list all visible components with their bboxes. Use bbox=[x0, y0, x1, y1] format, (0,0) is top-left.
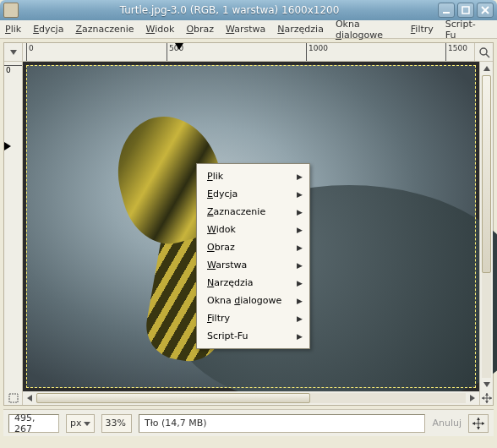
horizontal-scrollbar[interactable] bbox=[23, 391, 479, 405]
zoom-selector[interactable]: 33% bbox=[101, 414, 132, 433]
svg-marker-25 bbox=[477, 427, 480, 429]
svg-marker-9 bbox=[483, 66, 490, 71]
ruler-tick-label: 1500 bbox=[448, 44, 467, 52]
app-icon bbox=[3, 3, 19, 18]
menu-warstwa[interactable]: Warstwa bbox=[226, 24, 265, 35]
menu-scriptfu[interactable]: Script-Fu bbox=[445, 19, 480, 41]
ruler-tick-label: 0 bbox=[6, 66, 11, 74]
scroll-left-arrow-icon[interactable] bbox=[23, 391, 36, 405]
quickmask-toggle[interactable] bbox=[4, 391, 23, 405]
submenu-arrow-icon: ▶ bbox=[297, 208, 303, 216]
menu-edycja[interactable]: Edycja bbox=[33, 24, 63, 35]
navigation-button[interactable] bbox=[468, 414, 489, 433]
context-menu: Plik▶ Edycja▶ Zaznaczenie▶ Widok▶ Obraz▶… bbox=[196, 163, 310, 349]
scroll-down-arrow-icon[interactable] bbox=[480, 378, 493, 391]
status-bar: 495, 267 px 33% Tło (14,7 MB) Anuluj bbox=[3, 409, 494, 436]
scroll-up-arrow-icon[interactable] bbox=[480, 62, 493, 75]
unit-label: px bbox=[70, 418, 82, 429]
menu-narzedzia[interactable]: Narzędzia bbox=[277, 24, 324, 35]
svg-marker-20 bbox=[84, 422, 90, 426]
submenu-arrow-icon: ▶ bbox=[297, 243, 303, 252]
svg-rect-11 bbox=[9, 394, 18, 402]
svg-marker-4 bbox=[10, 50, 17, 55]
ruler-position-marker bbox=[4, 138, 13, 154]
svg-marker-13 bbox=[470, 395, 475, 402]
ruler-tick-label: 1000 bbox=[309, 44, 328, 52]
submenu-arrow-icon: ▶ bbox=[297, 172, 303, 181]
ctx-plik[interactable]: Plik▶ bbox=[197, 167, 309, 185]
svg-rect-1 bbox=[462, 7, 469, 14]
submenu-arrow-icon: ▶ bbox=[297, 226, 303, 234]
menu-access-button[interactable] bbox=[4, 43, 23, 62]
svg-marker-24 bbox=[477, 418, 480, 420]
dropdown-arrow-icon bbox=[84, 420, 90, 427]
menu-bar: Plik Edycja Zaznaczenie Widok Obraz Wars… bbox=[0, 20, 497, 39]
ruler-vertical[interactable]: 0 bbox=[4, 62, 23, 391]
svg-marker-8 bbox=[4, 142, 11, 150]
svg-point-6 bbox=[480, 48, 487, 55]
ctx-narzedzia[interactable]: Narzędzia▶ bbox=[197, 274, 309, 292]
submenu-arrow-icon: ▶ bbox=[297, 261, 303, 270]
window-titlebar: Turtle.jpg-3.0 (RGB, 1 warstwa) 1600x120… bbox=[0, 0, 497, 20]
scroll-right-arrow-icon[interactable] bbox=[466, 391, 479, 405]
minimize-button[interactable] bbox=[438, 3, 455, 18]
ruler-horizontal[interactable]: 0 500 1000 1500 bbox=[23, 43, 474, 62]
svg-marker-17 bbox=[485, 401, 489, 403]
submenu-arrow-icon: ▶ bbox=[297, 190, 303, 199]
image-window: 0 500 1000 1500 0 Plik▶ Edycja▶ Zaznacze… bbox=[3, 42, 494, 406]
svg-marker-5 bbox=[175, 43, 183, 50]
scrollbar-thumb[interactable] bbox=[36, 393, 310, 403]
menu-plik[interactable]: Plik bbox=[5, 24, 21, 35]
svg-marker-12 bbox=[27, 395, 32, 402]
ctx-zaznaczenie[interactable]: Zaznaczenie▶ bbox=[197, 203, 309, 221]
svg-marker-26 bbox=[472, 422, 475, 425]
ruler-position-marker bbox=[175, 43, 183, 53]
ctx-obraz[interactable]: Obraz▶ bbox=[197, 238, 309, 256]
zoom-value: 33% bbox=[106, 418, 126, 429]
submenu-arrow-icon: ▶ bbox=[297, 297, 303, 305]
window-title: Turtle.jpg-3.0 (RGB, 1 warstwa) 1600x120… bbox=[24, 4, 435, 16]
svg-line-7 bbox=[486, 54, 489, 57]
svg-marker-10 bbox=[483, 382, 490, 387]
menu-zaznaczenie[interactable]: Zaznaczenie bbox=[75, 24, 134, 35]
pointer-coordinates: 495, 267 bbox=[8, 414, 59, 433]
ctx-filtry[interactable]: Filtry▶ bbox=[197, 309, 309, 327]
menu-obraz[interactable]: Obraz bbox=[186, 24, 214, 35]
submenu-arrow-icon: ▶ bbox=[297, 279, 303, 287]
scrollbar-thumb[interactable] bbox=[482, 75, 491, 273]
svg-marker-16 bbox=[485, 393, 489, 396]
svg-marker-18 bbox=[482, 396, 484, 400]
zoom-button[interactable] bbox=[474, 43, 493, 62]
svg-marker-19 bbox=[489, 396, 492, 400]
ruler-tick-label: 0 bbox=[29, 44, 34, 52]
ctx-scriptfu[interactable]: Script-Fu▶ bbox=[197, 327, 309, 345]
canvas[interactable]: Plik▶ Edycja▶ Zaznaczenie▶ Widok▶ Obraz▶… bbox=[23, 62, 479, 391]
ctx-warstwa[interactable]: Warstwa▶ bbox=[197, 256, 309, 274]
vertical-scrollbar[interactable] bbox=[479, 62, 493, 391]
menu-okna-dialogowe[interactable]: Okna dialogowe bbox=[336, 19, 399, 41]
menu-filtry[interactable]: Filtry bbox=[411, 24, 434, 35]
unit-selector[interactable]: px bbox=[66, 414, 95, 433]
cancel-label: Anuluj bbox=[432, 418, 462, 429]
ctx-edycja[interactable]: Edycja▶ bbox=[197, 185, 309, 203]
menu-widok[interactable]: Widok bbox=[146, 24, 175, 35]
maximize-button[interactable] bbox=[457, 3, 474, 18]
ctx-okna-dialogowe[interactable]: Okna dialogowe▶ bbox=[197, 292, 309, 309]
ctx-widok[interactable]: Widok▶ bbox=[197, 221, 309, 238]
close-button[interactable] bbox=[477, 3, 494, 18]
submenu-arrow-icon: ▶ bbox=[297, 332, 303, 341]
svg-marker-27 bbox=[482, 422, 484, 425]
active-layer-info: Tło (14,7 MB) bbox=[139, 414, 425, 433]
navigation-preview-button[interactable] bbox=[479, 391, 493, 405]
submenu-arrow-icon: ▶ bbox=[297, 314, 303, 323]
